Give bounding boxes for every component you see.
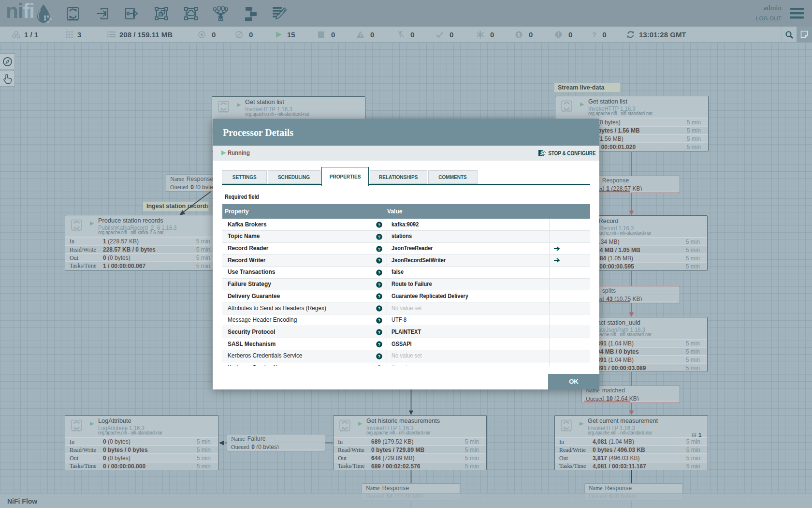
svg-text:?: ? bbox=[378, 342, 381, 347]
svg-text:?: ? bbox=[378, 354, 381, 359]
svg-text:?: ? bbox=[378, 270, 381, 275]
svg-text:?: ? bbox=[378, 282, 381, 287]
svg-text:?: ? bbox=[378, 246, 381, 251]
svg-text:?: ? bbox=[378, 223, 381, 227]
svg-text:?: ? bbox=[378, 234, 381, 239]
svg-text:?: ? bbox=[378, 258, 381, 263]
svg-text:?: ? bbox=[378, 294, 381, 299]
svg-text:?: ? bbox=[378, 318, 381, 323]
svg-text:?: ? bbox=[378, 330, 381, 335]
svg-text:?: ? bbox=[378, 306, 381, 311]
